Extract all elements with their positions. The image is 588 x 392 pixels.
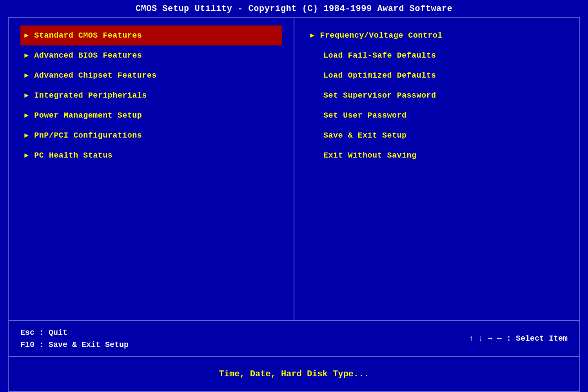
title-bar: CMOS Setup Utility - Copyright (C) 1984-… <box>0 0 588 17</box>
menu-item-load-optimized[interactable]: Load Optimized Defaults <box>306 65 568 85</box>
menu-label-save-exit: Save & Exit Setup <box>323 131 407 140</box>
menu-section: ►Standard CMOS Features►Advanced BIOS Fe… <box>9 18 579 321</box>
f10-label: F10 : Save & Exit Setup <box>20 340 129 349</box>
menu-label-standard-cmos: Standard CMOS Features <box>34 31 142 40</box>
menu-label-frequency-voltage: Frequency/Voltage Control <box>320 31 443 40</box>
menu-arrow-pnp-pci: ► <box>24 132 29 140</box>
menu-item-integrated-peripherals[interactable]: ►Integrated Peripherials <box>20 85 282 105</box>
menu-item-advanced-chipset[interactable]: ►Advanced Chipset Features <box>20 65 282 85</box>
status-right: ↑ ↓ → ← : Select Item <box>469 334 568 343</box>
menu-label-advanced-chipset: Advanced Chipset Features <box>34 71 157 80</box>
menu-arrow-standard-cmos: ► <box>24 32 29 40</box>
nav-keys: ↑ ↓ → ← <box>469 334 502 343</box>
menu-arrow-pc-health: ► <box>24 152 29 160</box>
menu-label-advanced-bios: Advanced BIOS Features <box>34 51 142 60</box>
menu-item-save-exit[interactable]: Save & Exit Setup <box>306 125 568 145</box>
menu-item-pnp-pci[interactable]: ►PnP/PCI Configurations <box>20 125 282 145</box>
description-text: Time, Date, Hard Disk Type... <box>219 369 369 379</box>
left-panel: ►Standard CMOS Features►Advanced BIOS Fe… <box>9 18 294 320</box>
menu-label-exit-without-saving: Exit Without Saving <box>323 151 417 160</box>
menu-label-load-failsafe: Load Fail-Safe Defaults <box>323 51 436 60</box>
status-left: Esc : Quit F10 : Save & Exit Setup <box>20 328 129 349</box>
description-bar: Time, Date, Hard Disk Type... <box>9 356 579 391</box>
menu-item-advanced-bios[interactable]: ►Advanced BIOS Features <box>20 45 282 65</box>
menu-item-pc-health[interactable]: ►PC Health Status <box>20 145 282 165</box>
menu-item-exit-without-saving[interactable]: Exit Without Saving <box>306 145 568 165</box>
menu-label-power-management: Power Management Setup <box>34 111 142 120</box>
menu-item-power-management[interactable]: ►Power Management Setup <box>20 105 282 125</box>
menu-item-load-failsafe[interactable]: Load Fail-Safe Defaults <box>306 45 568 65</box>
menu-item-frequency-voltage[interactable]: ►Frequency/Voltage Control <box>306 25 568 45</box>
menu-label-integrated-peripherals: Integrated Peripherials <box>34 91 147 100</box>
menu-label-pnp-pci: PnP/PCI Configurations <box>34 131 142 140</box>
status-bar: Esc : Quit F10 : Save & Exit Setup ↑ ↓ →… <box>9 321 579 356</box>
menu-arrow-integrated-peripherals: ► <box>24 92 29 100</box>
bios-screen: CMOS Setup Utility - Copyright (C) 1984-… <box>0 0 588 392</box>
menu-label-set-user: Set User Password <box>323 111 407 120</box>
menu-item-set-supervisor[interactable]: Set Supervisor Password <box>306 85 568 105</box>
menu-item-standard-cmos[interactable]: ►Standard CMOS Features <box>20 25 282 45</box>
title-text: CMOS Setup Utility - Copyright (C) 1984-… <box>136 4 452 14</box>
menu-arrow-advanced-bios: ► <box>24 52 29 60</box>
right-panel: ►Frequency/Voltage ControlLoad Fail-Safe… <box>294 18 579 320</box>
menu-label-pc-health: PC Health Status <box>34 151 113 160</box>
menu-label-load-optimized: Load Optimized Defaults <box>323 71 436 80</box>
esc-label: Esc : Quit <box>20 328 129 337</box>
main-area: ►Standard CMOS Features►Advanced BIOS Fe… <box>8 17 580 392</box>
menu-label-set-supervisor: Set Supervisor Password <box>323 91 436 100</box>
nav-action: : Select Item <box>506 334 568 343</box>
menu-item-set-user[interactable]: Set User Password <box>306 105 568 125</box>
menu-arrow-power-management: ► <box>24 112 29 120</box>
menu-arrow-advanced-chipset: ► <box>24 72 29 80</box>
menu-arrow-frequency-voltage: ► <box>310 32 314 40</box>
